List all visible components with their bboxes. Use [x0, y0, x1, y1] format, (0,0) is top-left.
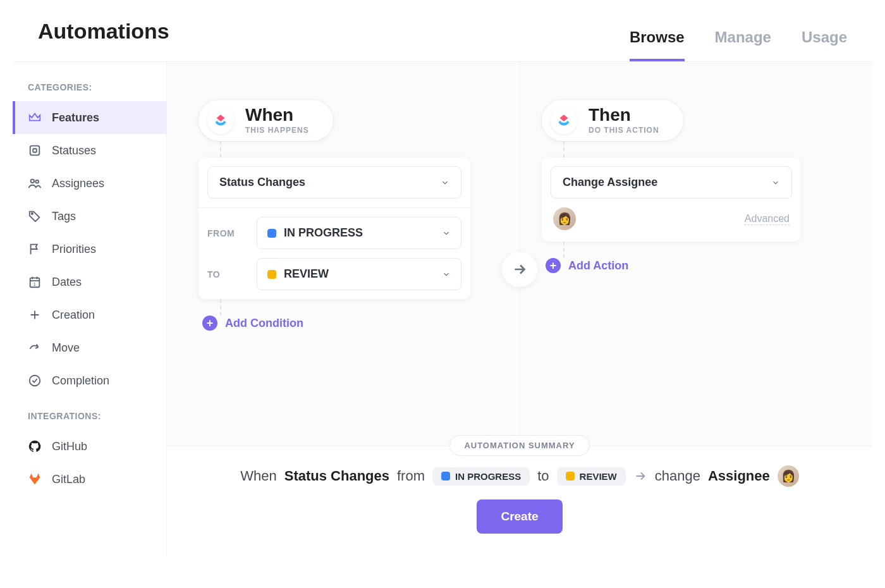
- sidebar-item-label: Statuses: [52, 144, 96, 157]
- status-color-chip: [566, 472, 575, 481]
- chevron-down-icon: [442, 270, 451, 279]
- assignee-avatar: 👩: [778, 465, 799, 487]
- when-title: When: [245, 106, 309, 124]
- plus-icon: [28, 308, 42, 322]
- sidebar-item-creation[interactable]: Creation: [13, 298, 166, 331]
- plus-circle-icon: +: [202, 315, 217, 331]
- tabs: Browse Manage Usage: [630, 28, 847, 61]
- then-title: Then: [589, 106, 659, 124]
- gitlab-icon: [28, 472, 42, 486]
- sidebar-item-move[interactable]: Move: [13, 331, 166, 364]
- chevron-down-icon: [442, 229, 451, 238]
- from-label: FROM: [207, 228, 249, 238]
- sidebar-item-tags[interactable]: Tags: [13, 200, 166, 233]
- svg-point-4: [32, 213, 33, 214]
- summary-to-value: REVIEW: [580, 471, 617, 482]
- sidebar-item-statuses[interactable]: Statuses: [13, 134, 166, 167]
- connector-line: [563, 242, 565, 258]
- logo-icon: [207, 107, 234, 134]
- add-condition-label: Add Condition: [225, 317, 303, 330]
- svg-point-3: [35, 180, 39, 183]
- categories-label: CATEGORIES:: [13, 78, 166, 101]
- integrations-label: INTEGRATIONS:: [13, 407, 166, 430]
- status-color-chip: [267, 270, 276, 279]
- assignee-avatar[interactable]: 👩: [553, 207, 576, 230]
- sidebar-item-gitlab[interactable]: GitLab: [13, 463, 166, 496]
- svg-text:1: 1: [34, 281, 36, 287]
- to-select[interactable]: REVIEW: [257, 258, 461, 290]
- summary-word: When: [240, 468, 276, 484]
- connector-line: [563, 141, 565, 157]
- sidebar-item-features[interactable]: Features: [13, 101, 166, 134]
- status-color-chip: [267, 229, 276, 238]
- logo-icon: [551, 107, 577, 134]
- header: Automations Browse Manage Usage: [13, 0, 872, 62]
- sidebar-item-priorities[interactable]: Priorities: [13, 233, 166, 266]
- tab-manage[interactable]: Manage: [715, 28, 771, 61]
- summary-from-value: IN PROGRESS: [455, 471, 521, 482]
- sidebar-item-label: Creation: [52, 309, 95, 322]
- summary-bar: AUTOMATION SUMMARY When Status Changes f…: [167, 446, 872, 556]
- when-subtitle: THIS HAPPENS: [245, 126, 309, 135]
- from-value: IN PROGRESS: [284, 226, 363, 240]
- summary-to-badge: REVIEW: [557, 467, 626, 486]
- arrow-right-icon: [633, 469, 647, 483]
- status-color-chip: [441, 472, 450, 481]
- connector-line: [220, 141, 221, 157]
- connector-line: [220, 299, 221, 315]
- summary-action: Assignee: [708, 468, 770, 484]
- create-button[interactable]: Create: [477, 499, 562, 534]
- then-card: Change Assignee 👩 Advanced: [542, 157, 801, 242]
- sidebar-item-dates[interactable]: 1 Dates: [13, 266, 166, 298]
- chevron-down-icon: [771, 178, 780, 187]
- summary-word: change: [655, 468, 700, 484]
- chevron-down-icon: [441, 178, 449, 187]
- add-action-label: Add Action: [568, 259, 628, 273]
- summary-word: to: [537, 468, 549, 484]
- summary-trigger: Status Changes: [284, 468, 389, 484]
- sidebar-item-label: Move: [52, 341, 80, 355]
- sidebar-item-completion[interactable]: Completion: [13, 364, 166, 397]
- sidebar-item-github[interactable]: GitHub: [13, 430, 166, 463]
- sidebar-item-assignees[interactable]: Assignees: [13, 167, 166, 200]
- to-label: TO: [207, 269, 249, 279]
- tab-usage[interactable]: Usage: [802, 28, 847, 61]
- from-select[interactable]: IN PROGRESS: [257, 217, 461, 249]
- then-column: Then DO THIS ACTION Change Assignee 👩 Ad…: [497, 100, 841, 420]
- trigger-value: Status Changes: [219, 176, 305, 189]
- arrow-right-icon: [502, 252, 537, 287]
- summary-from-badge: IN PROGRESS: [432, 467, 530, 486]
- when-column: When THIS HAPPENS Status Changes FROM IN…: [198, 100, 497, 420]
- main: When THIS HAPPENS Status Changes FROM IN…: [167, 62, 872, 556]
- summary-pill: AUTOMATION SUMMARY: [449, 435, 589, 456]
- sidebar-item-label: Dates: [52, 276, 82, 289]
- sidebar-item-label: Tags: [52, 210, 76, 223]
- sidebar-item-label: Assignees: [52, 177, 104, 190]
- then-subtitle: DO THIS ACTION: [589, 126, 659, 135]
- sidebar-item-label: GitLab: [52, 473, 85, 486]
- svg-point-7: [30, 376, 40, 386]
- when-card: Status Changes FROM IN PROGRESS TO REVIE…: [198, 157, 470, 299]
- page-title: Automations: [38, 19, 169, 61]
- sidebar-item-label: Priorities: [52, 243, 96, 256]
- summary-word: from: [397, 468, 425, 484]
- add-action-button[interactable]: + Add Action: [546, 258, 628, 273]
- tab-browse[interactable]: Browse: [630, 28, 685, 61]
- trigger-select[interactable]: Status Changes: [207, 166, 461, 199]
- advanced-link[interactable]: Advanced: [745, 213, 790, 225]
- action-select[interactable]: Change Assignee: [551, 166, 792, 199]
- svg-point-2: [31, 180, 35, 183]
- then-header: Then DO THIS ACTION: [542, 100, 683, 141]
- share-icon: [28, 341, 42, 355]
- action-value: Change Assignee: [563, 176, 657, 189]
- sidebar-item-label: Completion: [52, 374, 109, 388]
- svg-rect-1: [33, 149, 37, 152]
- sidebar-item-label: Features: [52, 111, 99, 125]
- calendar-icon: 1: [28, 275, 42, 289]
- plus-circle-icon: +: [546, 258, 561, 273]
- square-icon: [28, 144, 42, 157]
- flag-icon: [28, 242, 42, 256]
- add-condition-button[interactable]: + Add Condition: [202, 315, 303, 331]
- github-icon: [28, 439, 42, 453]
- when-header: When THIS HAPPENS: [198, 100, 333, 141]
